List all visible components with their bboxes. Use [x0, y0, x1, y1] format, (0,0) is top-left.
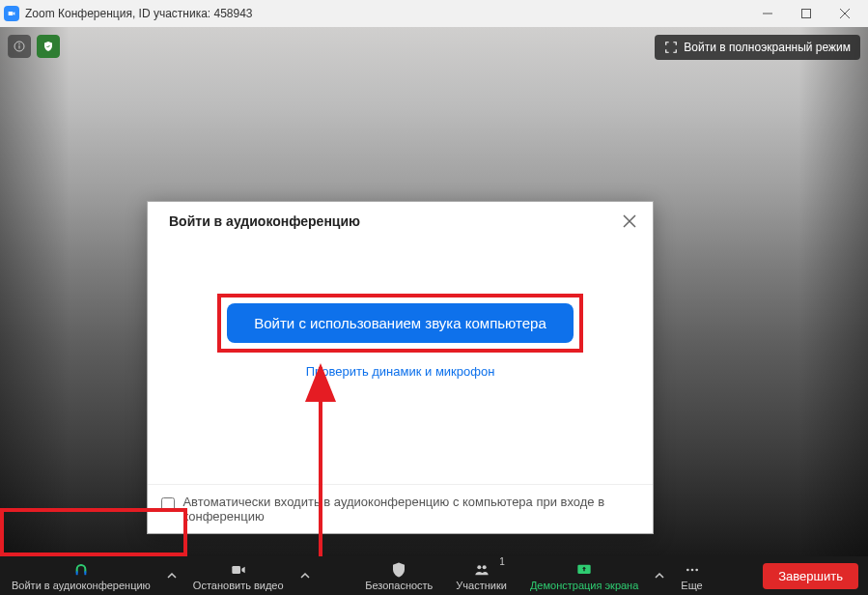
- svg-rect-7: [84, 571, 86, 575]
- shield-icon: [390, 561, 407, 579]
- toolbar-label: Участники: [456, 580, 507, 591]
- fullscreen-icon: [664, 41, 678, 54]
- svg-point-9: [477, 565, 481, 569]
- audio-button[interactable]: Войти в аудиоконференцию: [0, 556, 162, 595]
- audio-dialog: Войти в аудиоконференцию Войти с использ…: [147, 201, 654, 534]
- toolbar-label: Еще: [681, 580, 702, 591]
- share-screen-button[interactable]: Демонстрация экрана: [518, 556, 650, 595]
- close-window-button[interactable]: [826, 0, 864, 27]
- toolbar-label: Демонстрация экрана: [530, 580, 638, 591]
- chevron-up-icon: [655, 571, 664, 581]
- svg-point-2: [18, 43, 20, 45]
- share-screen-icon: [574, 561, 594, 579]
- toolbar-label: Остановить видео: [193, 580, 284, 591]
- dialog-close-button[interactable]: [620, 212, 639, 231]
- video-button[interactable]: Остановить видео: [182, 556, 295, 595]
- chevron-up-icon: [167, 571, 177, 581]
- titlebar: Zoom Конференция, ID участника: 458943: [0, 0, 868, 27]
- minimize-button[interactable]: [748, 0, 787, 27]
- share-options-chevron[interactable]: [650, 556, 669, 595]
- video-icon: [229, 561, 248, 579]
- participants-icon: [471, 561, 492, 579]
- dialog-header: Войти в аудиоконференцию: [148, 202, 653, 241]
- svg-rect-0: [802, 10, 811, 18]
- annotation-highlight: Войти с использованием звука компьютера: [217, 294, 582, 353]
- participants-count: 1: [499, 556, 505, 567]
- maximize-button[interactable]: [787, 0, 826, 27]
- window-title: Zoom Конференция, ID участника: 458943: [25, 7, 253, 20]
- svg-point-12: [686, 568, 689, 571]
- toolbar: Войти в аудиоконференцию Остановить виде…: [0, 556, 868, 595]
- audio-options-chevron[interactable]: [162, 556, 182, 595]
- fullscreen-button[interactable]: Войти в полноэкранный режим: [655, 35, 860, 60]
- video-options-chevron[interactable]: [295, 556, 315, 595]
- auto-join-label: Автоматически входить в аудиоконференцию…: [182, 495, 639, 524]
- end-meeting-button[interactable]: Завершить: [763, 563, 858, 589]
- svg-point-14: [695, 568, 698, 571]
- svg-rect-3: [19, 45, 20, 49]
- join-computer-audio-button[interactable]: Войти с использованием звука компьютера: [227, 303, 573, 343]
- fullscreen-label: Войти в полноэкранный режим: [684, 41, 851, 54]
- svg-point-13: [690, 568, 693, 571]
- zoom-logo-icon: [4, 6, 19, 21]
- toolbar-label: Войти в аудиоконференцию: [12, 580, 151, 591]
- svg-rect-6: [76, 571, 78, 575]
- dialog-title: Войти в аудиоконференцию: [169, 213, 360, 229]
- test-speaker-mic-link[interactable]: Проверить динамик и микрофон: [167, 364, 633, 379]
- toolbar-label: Безопасность: [365, 580, 433, 591]
- svg-rect-8: [232, 566, 240, 574]
- auto-join-checkbox[interactable]: [161, 496, 175, 512]
- security-button[interactable]: Безопасность: [353, 556, 444, 595]
- headphones-icon: [71, 561, 91, 579]
- chevron-up-icon: [300, 571, 310, 581]
- video-area: Войти в полноэкранный режим Войти в ауди…: [0, 27, 868, 556]
- encryption-shield-icon[interactable]: [37, 35, 60, 58]
- more-icon: [683, 561, 702, 579]
- close-icon: [623, 214, 636, 228]
- more-button[interactable]: Еще: [669, 556, 714, 595]
- info-icon[interactable]: [8, 35, 31, 58]
- participants-button[interactable]: 1 Участники: [444, 556, 518, 595]
- svg-point-10: [482, 565, 486, 569]
